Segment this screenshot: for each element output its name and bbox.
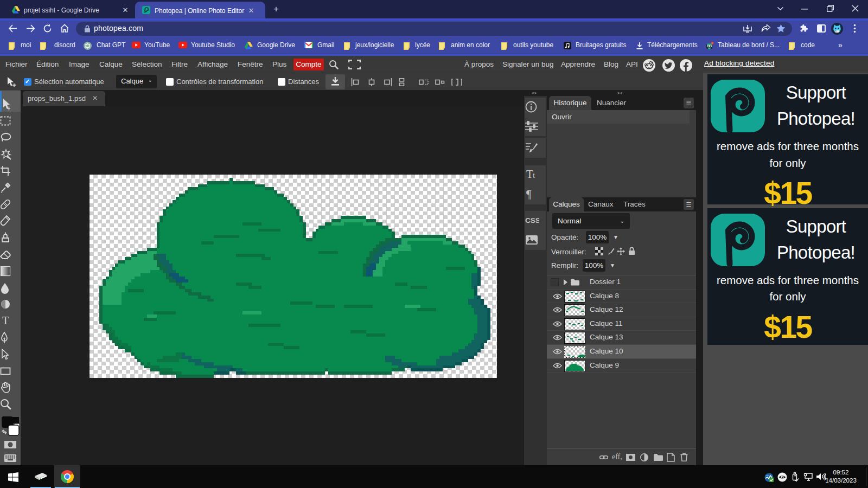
svg-text:CSS: CSS [525,216,539,224]
svg-text:T: T [2,315,9,326]
svg-text:¶: ¶ [526,188,532,201]
svg-text:t: t [533,171,535,179]
